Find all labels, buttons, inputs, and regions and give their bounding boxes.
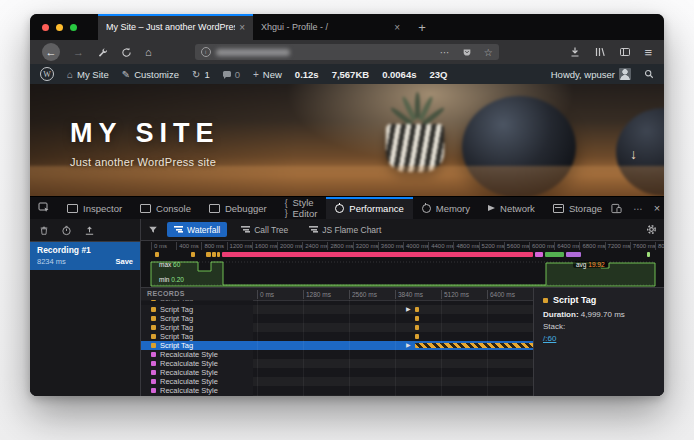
record-label-cell: Recalculate Style xyxy=(141,386,253,395)
ruler-tick: 2000 ms xyxy=(277,242,303,250)
adminbar-customize[interactable]: ✎ Customize xyxy=(122,69,179,80)
overview-marker xyxy=(212,252,216,257)
ruler-tick: 3600 ms xyxy=(378,242,404,250)
sidebar-toggle-icon[interactable] xyxy=(619,46,631,58)
ruler-tick: 400 ms xyxy=(176,242,199,250)
overview-marker xyxy=(206,252,210,257)
forward-button[interactable]: → xyxy=(73,47,84,58)
bookmark-star-icon[interactable]: ☆ xyxy=(484,47,493,58)
ruler-tick: 4400 ms xyxy=(428,242,454,250)
adminbar-updates[interactable]: ↻ 1 xyxy=(192,69,210,80)
new-tab-button[interactable]: + xyxy=(408,14,436,40)
download-icon[interactable] xyxy=(569,46,581,58)
tab-console[interactable]: Console xyxy=(131,197,200,219)
close-tab-icon[interactable]: × xyxy=(394,22,400,33)
search-icon[interactable] xyxy=(644,69,654,79)
script-tag-icon xyxy=(151,307,156,312)
recording-list-item[interactable]: Recording #1 8234 ms Save xyxy=(30,242,140,270)
overview-marker xyxy=(191,252,195,257)
tab-network[interactable]: Network xyxy=(479,197,544,219)
ruler-tick: 6800 ms xyxy=(579,242,605,250)
tab-label: Performance xyxy=(349,203,403,214)
profiler-stat: 0.12s xyxy=(295,69,319,80)
timeline-bar xyxy=(415,316,419,321)
site-hero: MY SITE Just another WordPress site ↓ xyxy=(30,84,664,196)
browser-tab-xhgui[interactable]: Xhgui - Profile - / × xyxy=(253,14,408,40)
my-site-label: My Site xyxy=(77,69,109,80)
reload-icon[interactable] xyxy=(121,47,132,58)
devtools-menu-icon[interactable]: ⋯ xyxy=(633,203,643,214)
framerate-min-label: min 0.20 xyxy=(159,276,184,283)
filter-funnel-icon[interactable] xyxy=(148,225,158,235)
tab-performance[interactable]: Performance xyxy=(326,197,412,219)
adminbar-comments[interactable]: 0 xyxy=(223,69,240,80)
record-name: Recalculate Style xyxy=(160,386,218,395)
ruler-tick: 2560 ms xyxy=(349,290,377,299)
gear-icon[interactable] xyxy=(646,224,657,235)
page-actions-icon[interactable]: ⋯ xyxy=(440,47,450,58)
detail-title: Script Tag xyxy=(553,295,596,305)
record-icon[interactable] xyxy=(61,225,72,236)
customize-label: Customize xyxy=(134,69,179,80)
view-call-tree[interactable]: Call Tree xyxy=(234,222,295,237)
tab-style-editor[interactable]: { }Style Editor xyxy=(276,197,327,219)
adminbar-new[interactable]: + New xyxy=(253,69,282,80)
script-tag-icon xyxy=(151,316,156,321)
close-devtools-icon[interactable]: × xyxy=(654,202,660,214)
browser-tab-my-site[interactable]: My Site – Just another WordPress s × xyxy=(98,14,253,40)
performance-icon xyxy=(335,204,344,213)
record-label-cell: Script Tag xyxy=(141,332,253,341)
plus-icon: + xyxy=(253,69,259,80)
close-window-button[interactable] xyxy=(42,24,49,31)
pick-element-icon[interactable] xyxy=(30,202,58,214)
performance-main: WaterfallCall TreeJS Flame Chart 0 ms400… xyxy=(141,219,664,396)
minimize-window-button[interactable] xyxy=(56,24,63,31)
performance-view-toolbar: WaterfallCall TreeJS Flame Chart xyxy=(141,219,664,241)
menu-icon[interactable]: ≡ xyxy=(644,45,652,60)
info-icon[interactable]: i xyxy=(201,47,211,57)
view-js-flame-chart[interactable]: JS Flame Chart xyxy=(302,222,388,237)
ruler-tick: 1280 ms xyxy=(303,290,331,299)
record-name: Script Tag xyxy=(160,332,193,341)
ruler-tick: 6400 ms xyxy=(554,242,580,250)
site-title: MY SITE xyxy=(70,118,220,149)
timeline-overview[interactable]: 0 ms400 ms800 ms1200 ms1600 ms2000 ms240… xyxy=(141,241,664,288)
close-tab-icon[interactable]: × xyxy=(239,22,245,33)
import-recording-icon[interactable] xyxy=(84,225,95,236)
scroll-down-arrow-icon[interactable]: ↓ xyxy=(630,146,637,162)
expand-arrow-icon[interactable]: ▶ xyxy=(406,342,411,349)
tab-label: Memory xyxy=(436,203,470,214)
clear-recordings-icon[interactable] xyxy=(39,225,49,236)
tab-storage[interactable]: Storage xyxy=(544,197,611,219)
view-label: Waterfall xyxy=(187,225,220,235)
tab-label: Style Editor xyxy=(293,197,318,219)
ruler-tick: 8000 ms xyxy=(655,242,664,250)
records-title: RECORDS xyxy=(147,290,185,297)
ruler-tick: 5120 ms xyxy=(441,290,469,299)
howdy-menu[interactable]: Howdy, wpuser xyxy=(551,68,631,80)
ruler-tick: 2800 ms xyxy=(327,242,353,250)
framerate-graph: max 60 min 0.20 avg 19.92 xyxy=(141,259,664,287)
overview-ruler: 0 ms400 ms800 ms1200 ms1600 ms2000 ms240… xyxy=(141,241,664,251)
adminbar-my-site[interactable]: ⌂ My Site xyxy=(67,69,109,80)
back-button[interactable]: ← xyxy=(42,43,60,61)
home-icon[interactable]: ⌂ xyxy=(145,47,152,58)
responsive-mode-icon[interactable] xyxy=(611,203,622,214)
zoom-window-button[interactable] xyxy=(70,24,77,31)
wp-logo-icon[interactable]: W xyxy=(40,67,54,81)
record-name: Script Tag xyxy=(160,300,193,301)
detail-duration: Duration: 4,999.70 ms xyxy=(543,310,655,319)
save-recording-link[interactable]: Save xyxy=(115,257,133,266)
url-bar[interactable]: i ⋯ ☆ xyxy=(195,44,499,60)
tab-inspector[interactable]: Inspector xyxy=(58,197,131,219)
pocket-icon[interactable] xyxy=(462,47,472,57)
tab-memory[interactable]: Memory xyxy=(413,197,479,219)
script-tag-icon xyxy=(151,334,156,339)
view-waterfall[interactable]: Waterfall xyxy=(167,222,227,237)
devtools-toolbar: InspectorConsoleDebugger{ }Style EditorP… xyxy=(30,196,664,219)
expand-arrow-icon[interactable]: ▶ xyxy=(406,306,411,313)
tab-debugger[interactable]: Debugger xyxy=(200,197,276,219)
library-icon[interactable] xyxy=(594,46,606,58)
wrench-icon[interactable] xyxy=(97,47,108,58)
stack-frame-link[interactable]: /:60 xyxy=(543,334,556,343)
